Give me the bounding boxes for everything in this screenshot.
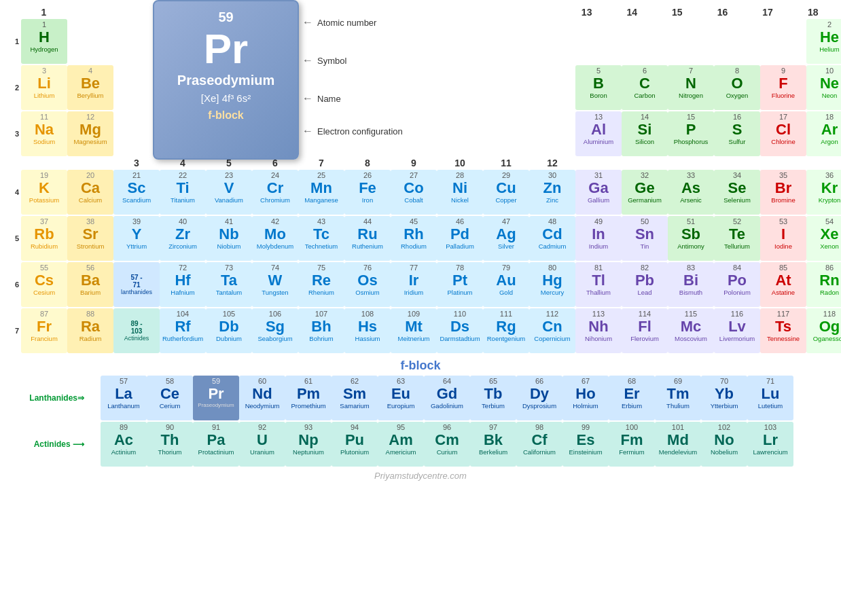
element-p[interactable]: 15 P Phosphorus <box>668 111 714 156</box>
element-md[interactable]: 101 Md Mendelevium <box>655 422 701 467</box>
element-mo[interactable]: 42 Mo Molybdenum <box>252 216 298 261</box>
element-fe[interactable]: 26 Fe Iron <box>344 170 391 215</box>
element-nh[interactable]: 113 Nh Nihonium <box>575 308 622 353</box>
element-sm[interactable]: 62 Sm Samarium <box>332 376 378 420</box>
element-fr[interactable]: 87 Fr Francium <box>21 308 67 353</box>
element-cd[interactable]: 48 Cd Cadmium <box>529 216 575 261</box>
element-ta[interactable]: 73 Ta Tantalum <box>206 262 252 307</box>
element-te[interactable]: 52 Te Tellurium <box>714 216 760 261</box>
element-cl[interactable]: 17 Cl Chlorine <box>760 111 806 156</box>
element-po[interactable]: 84 Po Polonium <box>714 262 760 307</box>
element-cn[interactable]: 112 Cn Copernicium <box>529 308 575 353</box>
element-ga[interactable]: 31 Ga Gallium <box>575 170 622 215</box>
element-pu[interactable]: 94 Pu Plutonium <box>332 422 378 467</box>
element-ba[interactable]: 56 Ba Barium <box>67 262 113 307</box>
element-db[interactable]: 105 Db Dubnium <box>206 308 252 353</box>
element-hs[interactable]: 108 Hs Hassium <box>344 308 391 353</box>
element-pd[interactable]: 46 Pd Palladium <box>437 216 483 261</box>
element-sg[interactable]: 106 Sg Seaborgium <box>252 308 298 353</box>
element-u[interactable]: 92 U Uranium <box>239 422 285 467</box>
element-ti[interactable]: 22 Ti Titanium <box>160 170 206 215</box>
element-lv[interactable]: 116 Lv Livermorium <box>714 308 760 353</box>
element-at[interactable]: 85 At Astatine <box>760 262 806 307</box>
element-cs[interactable]: 55 Cs Cesium <box>21 262 67 307</box>
element-ni[interactable]: 28 Ni Nickel <box>437 170 483 215</box>
element-pm[interactable]: 61 Pm Promethium <box>285 376 332 420</box>
element-pb[interactable]: 82 Pb Lead <box>622 262 668 307</box>
element-lr[interactable]: 103 Lr Lawrencium <box>747 422 793 467</box>
element-tl[interactable]: 81 Tl Thallium <box>575 262 622 307</box>
element-co[interactable]: 27 Co Cobalt <box>391 170 437 215</box>
element-la[interactable]: 57 La Lanthanum <box>101 376 147 420</box>
element-kr[interactable]: 36 Kr Krypton <box>806 170 841 215</box>
element-cu[interactable]: 29 Cu Copper <box>483 170 529 215</box>
element-xe[interactable]: 54 Xe Xenon <box>806 216 841 261</box>
element-bk[interactable]: 97 Bk Berkelium <box>470 422 516 467</box>
element-au[interactable]: 79 Au Gold <box>483 262 529 307</box>
element-lu[interactable]: 71 Lu Lutetium <box>747 376 793 420</box>
element-he[interactable]: 2 He Helium <box>806 19 841 64</box>
element-zr[interactable]: 40 Zr Zirconium <box>160 216 206 261</box>
element-sb[interactable]: 51 Sb Antimony <box>668 216 714 261</box>
element-ir[interactable]: 77 Ir Iridium <box>391 262 437 307</box>
element-rb[interactable]: 37 Rb Rubidium <box>21 216 67 261</box>
element-ra[interactable]: 88 Ra Radium <box>67 308 113 353</box>
element-er[interactable]: 68 Er Erbium <box>609 376 655 420</box>
element-pa[interactable]: 91 Pa Protactinium <box>193 422 239 467</box>
element-sr[interactable]: 38 Sr Strontium <box>67 216 113 261</box>
element-og[interactable]: 118 Og Oganesson <box>806 308 841 353</box>
element-pt[interactable]: 78 Pt Platinum <box>437 262 483 307</box>
element-os[interactable]: 76 Os Osmium <box>344 262 391 307</box>
element-ts[interactable]: 117 Ts Tennessine <box>760 308 806 353</box>
element-ar[interactable]: 18 Ar Argon <box>806 111 841 156</box>
element-cf[interactable]: 98 Cf Californium <box>516 422 562 467</box>
element-na[interactable]: 11 Na Sodium <box>21 111 67 156</box>
element-o[interactable]: 8 O Oxygen <box>714 65 760 110</box>
element-ho[interactable]: 67 Ho Holmium <box>562 376 609 420</box>
element-ge[interactable]: 32 Ge Germanium <box>622 170 668 215</box>
element-tb[interactable]: 65 Tb Terbium <box>470 376 516 420</box>
element-bh[interactable]: 107 Bh Bohrium <box>298 308 344 353</box>
element-bi[interactable]: 83 Bi Bismuth <box>668 262 714 307</box>
element-in[interactable]: 49 In Indium <box>575 216 622 261</box>
element-y[interactable]: 39 Y Yttrium <box>113 216 160 261</box>
element-yb[interactable]: 70 Yb Ytterbium <box>701 376 747 420</box>
element-hg[interactable]: 80 Hg Mercury <box>529 262 575 307</box>
element-ag[interactable]: 47 Ag Silver <box>483 216 529 261</box>
element-ru[interactable]: 44 Ru Ruthenium <box>344 216 391 261</box>
element-w[interactable]: 74 W Tungsten <box>252 262 298 307</box>
element-s[interactable]: 16 S Sulfur <box>714 111 760 156</box>
element-re[interactable]: 75 Re Rhenium <box>298 262 344 307</box>
element-si[interactable]: 14 Si Silicon <box>622 111 668 156</box>
element-rh[interactable]: 45 Rh Rhodium <box>391 216 437 261</box>
element-be[interactable]: 4 Be Beryllium <box>67 65 113 110</box>
element-rn[interactable]: 86 Rn Radon <box>806 262 841 307</box>
element-dy[interactable]: 66 Dy Dysprosium <box>516 376 562 420</box>
element-nb[interactable]: 41 Nb Niobium <box>206 216 252 261</box>
element-k[interactable]: 19 K Potassium <box>21 170 67 215</box>
element-ca[interactable]: 20 Ca Calcium <box>67 170 113 215</box>
element-n[interactable]: 7 N Nitrogen <box>668 65 714 110</box>
element-f[interactable]: 9 F Fluorine <box>760 65 806 110</box>
element-br[interactable]: 35 Br Bromine <box>760 170 806 215</box>
element-gd[interactable]: 64 Gd Gadolinium <box>424 376 470 420</box>
element-eu[interactable]: 63 Eu Europium <box>378 376 424 420</box>
element-as[interactable]: 33 As Arsenic <box>668 170 714 215</box>
element-ds[interactable]: 110 Ds Darmstadtium <box>437 308 483 353</box>
element-es[interactable]: 99 Es Einsteinium <box>562 422 609 467</box>
element-i[interactable]: 53 I Iodine <box>760 216 806 261</box>
element-nd[interactable]: 60 Nd Neodymium <box>239 376 285 420</box>
element-mg[interactable]: 12 Mg Magnesium <box>67 111 113 156</box>
element-mc[interactable]: 115 Mc Moscovium <box>668 308 714 353</box>
element-fm[interactable]: 100 Fm Fermium <box>609 422 655 467</box>
element-th[interactable]: 90 Th Thorium <box>147 422 193 467</box>
element-ac[interactable]: 89 Ac Actinium <box>101 422 147 467</box>
element-b[interactable]: 5 B Boron <box>575 65 622 110</box>
element-zn[interactable]: 30 Zn Zinc <box>529 170 575 215</box>
element-cm[interactable]: 96 Cm Curium <box>424 422 470 467</box>
element-am[interactable]: 95 Am Americium <box>378 422 424 467</box>
element-h[interactable]: 1 H Hydrogen <box>21 19 67 64</box>
element-hf[interactable]: 72 Hf Hafnium <box>160 262 206 307</box>
element-no[interactable]: 102 No Nobelium <box>701 422 747 467</box>
element-fl[interactable]: 114 Fl Flerovium <box>622 308 668 353</box>
